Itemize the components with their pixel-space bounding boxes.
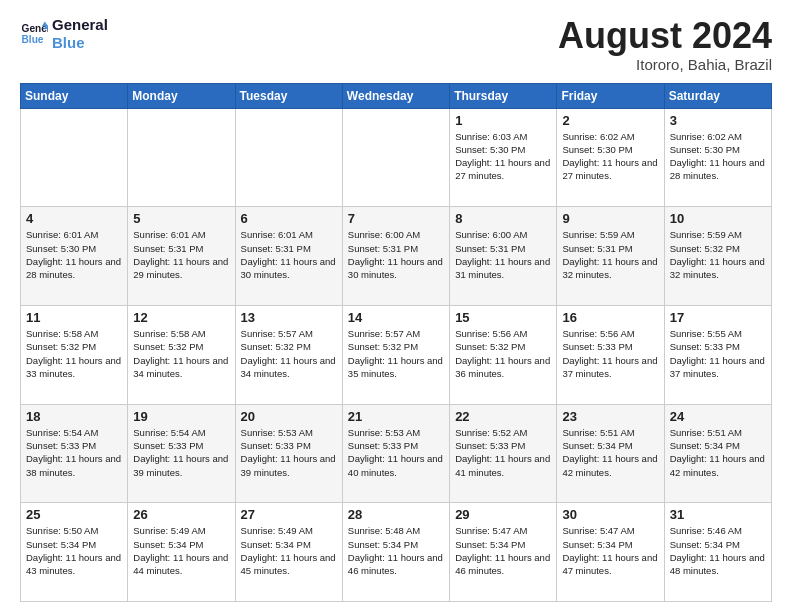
day-info: Sunrise: 5:46 AM bbox=[670, 524, 766, 537]
calendar-cell: 9Sunrise: 5:59 AMSunset: 5:31 PMDaylight… bbox=[557, 207, 664, 306]
day-info: Daylight: 11 hours and 46 minutes. bbox=[348, 551, 444, 578]
day-info: Daylight: 11 hours and 42 minutes. bbox=[670, 452, 766, 479]
calendar-cell: 18Sunrise: 5:54 AMSunset: 5:33 PMDayligh… bbox=[21, 404, 128, 503]
day-info: Daylight: 11 hours and 27 minutes. bbox=[562, 156, 658, 183]
day-info: Sunrise: 5:55 AM bbox=[670, 327, 766, 340]
day-info: Sunset: 5:30 PM bbox=[455, 143, 551, 156]
calendar-cell: 5Sunrise: 6:01 AMSunset: 5:31 PMDaylight… bbox=[128, 207, 235, 306]
day-info: Daylight: 11 hours and 48 minutes. bbox=[670, 551, 766, 578]
day-info: Daylight: 11 hours and 37 minutes. bbox=[670, 354, 766, 381]
day-info: Sunset: 5:32 PM bbox=[670, 242, 766, 255]
calendar-cell: 22Sunrise: 5:52 AMSunset: 5:33 PMDayligh… bbox=[450, 404, 557, 503]
calendar-cell: 20Sunrise: 5:53 AMSunset: 5:33 PMDayligh… bbox=[235, 404, 342, 503]
day-info: Sunset: 5:33 PM bbox=[455, 439, 551, 452]
day-info: Daylight: 11 hours and 44 minutes. bbox=[133, 551, 229, 578]
calendar-cell: 6Sunrise: 6:01 AMSunset: 5:31 PMDaylight… bbox=[235, 207, 342, 306]
day-info: Sunset: 5:34 PM bbox=[241, 538, 337, 551]
calendar-cell: 3Sunrise: 6:02 AMSunset: 5:30 PMDaylight… bbox=[664, 108, 771, 207]
day-info: Sunset: 5:32 PM bbox=[241, 340, 337, 353]
day-info: Sunset: 5:34 PM bbox=[670, 538, 766, 551]
day-info: Sunrise: 5:57 AM bbox=[241, 327, 337, 340]
day-info: Sunset: 5:34 PM bbox=[670, 439, 766, 452]
day-info: Sunset: 5:31 PM bbox=[562, 242, 658, 255]
day-number: 11 bbox=[26, 310, 122, 325]
day-number: 18 bbox=[26, 409, 122, 424]
day-number: 29 bbox=[455, 507, 551, 522]
calendar-cell: 24Sunrise: 5:51 AMSunset: 5:34 PMDayligh… bbox=[664, 404, 771, 503]
day-info: Daylight: 11 hours and 43 minutes. bbox=[26, 551, 122, 578]
day-info: Sunset: 5:33 PM bbox=[241, 439, 337, 452]
calendar-cell: 27Sunrise: 5:49 AMSunset: 5:34 PMDayligh… bbox=[235, 503, 342, 602]
day-info: Daylight: 11 hours and 46 minutes. bbox=[455, 551, 551, 578]
day-info: Sunrise: 5:51 AM bbox=[562, 426, 658, 439]
day-info: Sunrise: 6:02 AM bbox=[562, 130, 658, 143]
day-info: Daylight: 11 hours and 39 minutes. bbox=[241, 452, 337, 479]
day-info: Daylight: 11 hours and 32 minutes. bbox=[670, 255, 766, 282]
day-info: Sunrise: 5:57 AM bbox=[348, 327, 444, 340]
day-info: Sunrise: 5:47 AM bbox=[455, 524, 551, 537]
day-number: 23 bbox=[562, 409, 658, 424]
header: General Blue General Blue August 2024 It… bbox=[20, 16, 772, 73]
day-info: Sunset: 5:33 PM bbox=[670, 340, 766, 353]
day-number: 19 bbox=[133, 409, 229, 424]
day-info: Sunrise: 5:59 AM bbox=[670, 228, 766, 241]
day-info: Daylight: 11 hours and 31 minutes. bbox=[455, 255, 551, 282]
logo-line2: Blue bbox=[52, 34, 108, 52]
day-info: Daylight: 11 hours and 35 minutes. bbox=[348, 354, 444, 381]
day-number: 14 bbox=[348, 310, 444, 325]
day-number: 9 bbox=[562, 211, 658, 226]
day-info: Daylight: 11 hours and 45 minutes. bbox=[241, 551, 337, 578]
day-info: Sunset: 5:32 PM bbox=[133, 340, 229, 353]
day-header-friday: Friday bbox=[557, 83, 664, 108]
day-info: Sunset: 5:34 PM bbox=[348, 538, 444, 551]
day-info: Daylight: 11 hours and 37 minutes. bbox=[562, 354, 658, 381]
title-block: August 2024 Itororo, Bahia, Brazil bbox=[558, 16, 772, 73]
day-info: Sunset: 5:31 PM bbox=[133, 242, 229, 255]
calendar-table: SundayMondayTuesdayWednesdayThursdayFrid… bbox=[20, 83, 772, 602]
day-info: Sunrise: 6:00 AM bbox=[348, 228, 444, 241]
day-info: Daylight: 11 hours and 30 minutes. bbox=[241, 255, 337, 282]
calendar-cell: 23Sunrise: 5:51 AMSunset: 5:34 PMDayligh… bbox=[557, 404, 664, 503]
day-info: Daylight: 11 hours and 38 minutes. bbox=[26, 452, 122, 479]
day-number: 24 bbox=[670, 409, 766, 424]
calendar-cell: 14Sunrise: 5:57 AMSunset: 5:32 PMDayligh… bbox=[342, 305, 449, 404]
day-number: 2 bbox=[562, 113, 658, 128]
day-number: 16 bbox=[562, 310, 658, 325]
day-info: Sunset: 5:31 PM bbox=[348, 242, 444, 255]
day-number: 15 bbox=[455, 310, 551, 325]
day-info: Sunrise: 6:01 AM bbox=[241, 228, 337, 241]
calendar-cell: 26Sunrise: 5:49 AMSunset: 5:34 PMDayligh… bbox=[128, 503, 235, 602]
day-info: Sunrise: 5:58 AM bbox=[26, 327, 122, 340]
day-info: Sunrise: 5:54 AM bbox=[133, 426, 229, 439]
day-header-monday: Monday bbox=[128, 83, 235, 108]
day-info: Sunrise: 5:49 AM bbox=[241, 524, 337, 537]
calendar-cell: 19Sunrise: 5:54 AMSunset: 5:33 PMDayligh… bbox=[128, 404, 235, 503]
day-info: Sunset: 5:32 PM bbox=[26, 340, 122, 353]
day-info: Sunset: 5:31 PM bbox=[455, 242, 551, 255]
day-info: Sunset: 5:34 PM bbox=[455, 538, 551, 551]
day-number: 10 bbox=[670, 211, 766, 226]
calendar-cell bbox=[21, 108, 128, 207]
day-info: Sunrise: 5:56 AM bbox=[455, 327, 551, 340]
day-info: Sunset: 5:33 PM bbox=[348, 439, 444, 452]
calendar-cell: 16Sunrise: 5:56 AMSunset: 5:33 PMDayligh… bbox=[557, 305, 664, 404]
day-number: 31 bbox=[670, 507, 766, 522]
day-number: 12 bbox=[133, 310, 229, 325]
calendar-cell: 7Sunrise: 6:00 AMSunset: 5:31 PMDaylight… bbox=[342, 207, 449, 306]
day-number: 20 bbox=[241, 409, 337, 424]
calendar-cell: 17Sunrise: 5:55 AMSunset: 5:33 PMDayligh… bbox=[664, 305, 771, 404]
calendar-cell: 29Sunrise: 5:47 AMSunset: 5:34 PMDayligh… bbox=[450, 503, 557, 602]
day-info: Daylight: 11 hours and 27 minutes. bbox=[455, 156, 551, 183]
day-info: Sunrise: 6:01 AM bbox=[133, 228, 229, 241]
day-info: Sunrise: 5:50 AM bbox=[26, 524, 122, 537]
day-number: 3 bbox=[670, 113, 766, 128]
day-number: 27 bbox=[241, 507, 337, 522]
calendar-cell: 25Sunrise: 5:50 AMSunset: 5:34 PMDayligh… bbox=[21, 503, 128, 602]
calendar-cell: 21Sunrise: 5:53 AMSunset: 5:33 PMDayligh… bbox=[342, 404, 449, 503]
day-number: 22 bbox=[455, 409, 551, 424]
day-info: Daylight: 11 hours and 41 minutes. bbox=[455, 452, 551, 479]
subtitle: Itororo, Bahia, Brazil bbox=[558, 56, 772, 73]
logo-line1: General bbox=[52, 16, 108, 34]
calendar-cell: 10Sunrise: 5:59 AMSunset: 5:32 PMDayligh… bbox=[664, 207, 771, 306]
calendar-cell: 15Sunrise: 5:56 AMSunset: 5:32 PMDayligh… bbox=[450, 305, 557, 404]
